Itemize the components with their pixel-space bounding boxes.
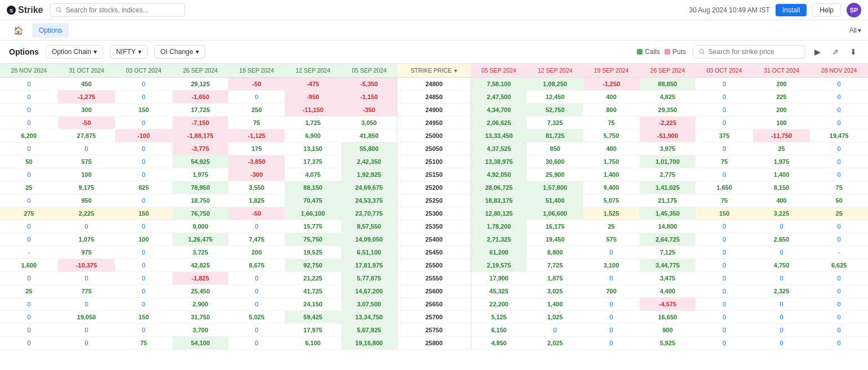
puts-cell: 0 xyxy=(696,91,752,104)
puts-cell: 0 xyxy=(810,117,868,130)
video-icon[interactable]: ▶ xyxy=(812,46,823,57)
puts-cell: 2,06,625 xyxy=(471,117,527,130)
svg-point-2 xyxy=(57,7,61,11)
puts-cell: 0 xyxy=(583,311,640,324)
puts-cell: 25,900 xyxy=(527,168,583,181)
nav-options[interactable]: Options xyxy=(32,23,69,38)
table-body: 0450029,125-50-475-5,350248007,58,1001,0… xyxy=(0,78,868,350)
puts-cell: 0 xyxy=(583,272,640,285)
search-icon xyxy=(56,7,62,14)
puts-cell: 19,475 xyxy=(810,130,868,142)
puts-cell: 400 xyxy=(753,194,810,207)
puts-cell: 25 xyxy=(753,142,810,155)
strike-search-input[interactable] xyxy=(708,48,799,56)
calls-cell: 6,51,100 xyxy=(341,246,397,259)
calls-cell: 0 xyxy=(0,194,58,207)
calls-cell: 17,81,975 xyxy=(341,259,397,272)
puts-cell: 850 xyxy=(527,142,583,155)
global-search[interactable] xyxy=(50,3,185,17)
calls-cell: 100 xyxy=(115,233,172,246)
table-row: 0002,900024,1503,07,5002565022,2001,4000… xyxy=(0,298,868,311)
puts-cell: 3,475 xyxy=(640,272,696,285)
calls-cell: 24,69,675 xyxy=(341,181,397,194)
home-icon: 🏠 xyxy=(14,26,23,35)
puts-cell: 13,33,450 xyxy=(471,130,527,142)
calls-cell: 0 xyxy=(58,272,115,285)
calls-cell: -1,88,175 xyxy=(172,130,229,142)
help-button[interactable]: Help xyxy=(812,3,841,17)
puts-cell: 0 xyxy=(753,298,810,311)
calls-cell: 75 xyxy=(228,117,285,130)
puts-cell: 200 xyxy=(753,78,810,91)
puts-cell: 100 xyxy=(753,117,810,130)
puts-legend: Puts xyxy=(665,48,686,56)
calls-cell: 2,225 xyxy=(58,207,115,220)
second-nav: 🏠 Options All ▾ xyxy=(0,20,868,41)
puts-cell: 0 xyxy=(583,324,640,337)
install-button[interactable]: Install xyxy=(776,4,807,16)
calls-cell: -50 xyxy=(58,117,115,130)
puts-cell: 0 xyxy=(696,142,752,155)
calls-cell: 0 xyxy=(0,337,58,350)
calls-cell: 92,750 xyxy=(285,259,341,272)
chevron-down-icon: ▾ xyxy=(858,26,861,34)
calls-cell: 0 xyxy=(0,142,58,155)
puts-cell: 5,075 xyxy=(583,194,640,207)
calls-cell: 17,375 xyxy=(285,155,341,168)
nav-right: 30 Aug 2024 10:49 AM IST Install Help SP xyxy=(689,3,861,17)
share-icon[interactable]: ⇗ xyxy=(830,46,841,57)
strike-price-header[interactable]: STRIKE PRICE ▾ xyxy=(397,64,471,78)
puts-cell: 0 xyxy=(696,78,752,91)
calls-header: 12 SEP 2024 xyxy=(285,64,341,78)
puts-cell: 0 xyxy=(810,142,868,155)
puts-cell: 0 xyxy=(810,324,868,337)
avatar[interactable]: SP xyxy=(847,3,861,17)
strike-price-search[interactable] xyxy=(693,45,805,59)
strike-price-cell: 24800 xyxy=(397,78,471,91)
puts-cell: 13,38,975 xyxy=(471,155,527,168)
puts-header: 03 OCT 2024 xyxy=(696,64,752,78)
puts-cell: 25 xyxy=(810,207,868,220)
strike-price-cell: 24850 xyxy=(397,91,471,104)
calls-cell: 975 xyxy=(58,246,115,259)
puts-cell: 0 xyxy=(810,285,868,298)
option-chain-dropdown[interactable]: Option Chain ▾ xyxy=(46,45,103,59)
puts-cell: -4,575 xyxy=(640,298,696,311)
puts-cell: 50 xyxy=(810,194,868,207)
puts-cell: 900 xyxy=(640,324,696,337)
puts-cell: 2,47,500 xyxy=(471,91,527,104)
calls-cell: 200 xyxy=(228,246,285,259)
calls-label: Calls xyxy=(645,48,660,56)
puts-cell: 29,350 xyxy=(640,104,696,117)
nav-home[interactable]: 🏠 xyxy=(7,23,30,38)
calls-cell: 575 xyxy=(58,155,115,168)
puts-cell: 22,200 xyxy=(471,298,527,311)
strike-price-cell: 25500 xyxy=(397,259,471,272)
calls-cell: 0 xyxy=(115,220,172,233)
puts-cell: -2,225 xyxy=(640,117,696,130)
calls-cell: 18,750 xyxy=(172,194,229,207)
calls-cell: 0 xyxy=(115,142,172,155)
calls-cell: 300 xyxy=(58,104,115,117)
puts-cell: 5,125 xyxy=(471,311,527,324)
calls-cell: 76,750 xyxy=(172,207,229,220)
top-nav: S Strike 30 Aug 2024 10:49 AM IST Instal… xyxy=(0,0,868,20)
nav-all[interactable]: All ▾ xyxy=(849,26,861,34)
calls-cell: 25 xyxy=(0,285,58,298)
calls-cell: 9,000 xyxy=(172,220,229,233)
calls-cell: 25,450 xyxy=(172,285,229,298)
puts-cell: 5,925 xyxy=(640,337,696,350)
puts-cell: 52,750 xyxy=(527,104,583,117)
calls-cell: 0 xyxy=(58,324,115,337)
download-icon[interactable]: ⬇ xyxy=(848,46,859,57)
puts-cell: 2,71,325 xyxy=(471,233,527,246)
oi-change-dropdown[interactable]: OI Change ▾ xyxy=(154,45,205,59)
calls-cell: 0 xyxy=(115,246,172,259)
nifty-dropdown[interactable]: NIFTY ▾ xyxy=(110,45,148,59)
puts-cell: 75 xyxy=(583,117,640,130)
puts-cell: 2,650 xyxy=(753,233,810,246)
table-row: 030015017,725250-11,150-350249004,34,700… xyxy=(0,104,868,117)
global-search-input[interactable] xyxy=(66,6,179,14)
calls-cell: -950 xyxy=(285,91,341,104)
calls-cell: 5,77,875 xyxy=(341,272,397,285)
